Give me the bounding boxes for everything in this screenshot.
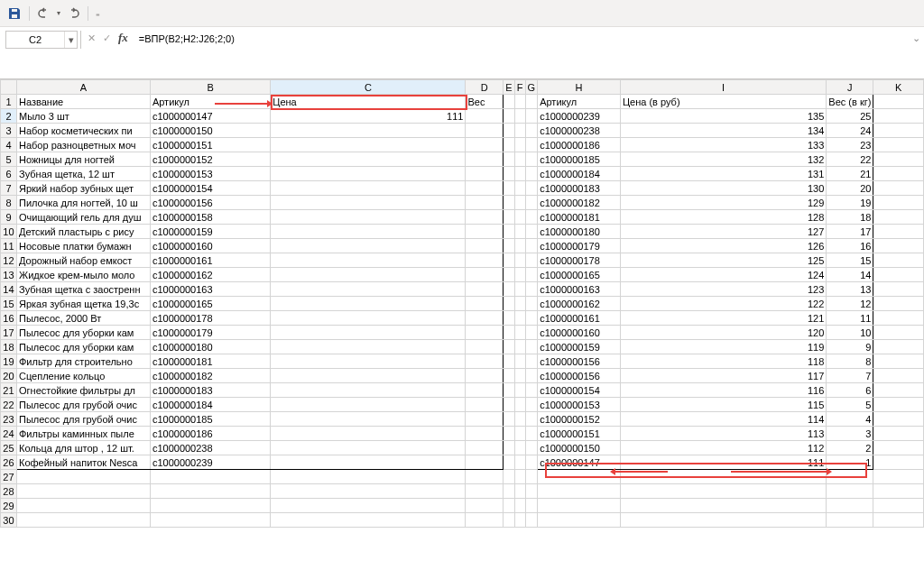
cell[interactable]: [873, 282, 924, 297]
cell[interactable]: [525, 152, 538, 167]
cell[interactable]: [466, 412, 504, 427]
cell[interactable]: [873, 513, 924, 528]
cell[interactable]: 128: [620, 210, 826, 225]
cell[interactable]: [873, 181, 924, 196]
cell[interactable]: [873, 470, 924, 484]
cell[interactable]: 6: [827, 383, 873, 398]
cell[interactable]: [466, 282, 504, 297]
row-header[interactable]: 18: [1, 340, 17, 354]
name-box-input[interactable]: [6, 32, 64, 48]
cell[interactable]: [514, 210, 525, 225]
cell[interactable]: [504, 369, 514, 383]
cell[interactable]: 132: [620, 152, 826, 167]
cell[interactable]: [466, 109, 504, 124]
cell[interactable]: [466, 369, 504, 383]
cell[interactable]: [514, 282, 525, 297]
cell[interactable]: [504, 225, 514, 239]
cell[interactable]: [466, 311, 504, 326]
cell[interactable]: [150, 484, 270, 499]
cell[interactable]: [873, 354, 924, 369]
cell[interactable]: 116: [620, 383, 826, 398]
cell[interactable]: 123: [620, 282, 826, 297]
row-header[interactable]: 8: [1, 196, 17, 210]
cell[interactable]: [525, 95, 538, 109]
cell[interactable]: с1000000186: [538, 138, 621, 152]
cell[interactable]: [827, 484, 873, 499]
row-header[interactable]: 16: [1, 311, 17, 326]
cell[interactable]: с1000000178: [150, 311, 270, 326]
cell[interactable]: 130: [620, 181, 826, 196]
row-header[interactable]: 7: [1, 181, 17, 196]
cell[interactable]: [466, 398, 504, 412]
cell[interactable]: 8: [827, 354, 873, 369]
cell[interactable]: [827, 470, 873, 484]
cell[interactable]: 119: [620, 340, 826, 354]
cell[interactable]: с1000000184: [150, 398, 270, 412]
cell[interactable]: Зубная щетка, 12 шт: [16, 167, 150, 181]
cell[interactable]: [620, 499, 826, 513]
cell[interactable]: 10: [827, 326, 873, 340]
cell[interactable]: 111: [271, 109, 466, 124]
cell[interactable]: [504, 124, 514, 138]
cell[interactable]: [271, 311, 466, 326]
cell[interactable]: с1000000160: [150, 239, 270, 253]
cell[interactable]: с1000000165: [538, 268, 621, 282]
cell[interactable]: Фильтры каминных пыле: [16, 427, 150, 441]
cell[interactable]: с1000000162: [538, 297, 621, 311]
cell[interactable]: [271, 282, 466, 297]
cell[interactable]: [271, 196, 466, 210]
cell[interactable]: [466, 181, 504, 196]
cell[interactable]: с1000000162: [150, 268, 270, 282]
qat-customize-icon[interactable]: ₌: [96, 9, 100, 18]
cell[interactable]: 18: [827, 210, 873, 225]
cell[interactable]: Дорожный набор емкост: [16, 253, 150, 268]
cell[interactable]: [873, 311, 924, 326]
cell[interactable]: [873, 109, 924, 124]
row-header[interactable]: 6: [1, 167, 17, 181]
cell[interactable]: [873, 499, 924, 513]
cell[interactable]: [514, 455, 525, 470]
cell[interactable]: Пылесос для уборки кам: [16, 326, 150, 340]
cell[interactable]: [525, 383, 538, 398]
col-header-A[interactable]: A: [16, 80, 150, 95]
row-header[interactable]: 20: [1, 369, 17, 383]
cell[interactable]: [466, 455, 504, 470]
cell[interactable]: [514, 253, 525, 268]
cell[interactable]: [525, 167, 538, 181]
cell[interactable]: [271, 297, 466, 311]
cell[interactable]: [504, 95, 514, 109]
cell[interactable]: [514, 152, 525, 167]
cell[interactable]: Носовые платки бумажн: [16, 239, 150, 253]
cell[interactable]: [504, 441, 514, 455]
cell[interactable]: [271, 225, 466, 239]
cell[interactable]: 129: [620, 196, 826, 210]
cell[interactable]: [271, 167, 466, 181]
cell[interactable]: Мыло 3 шт: [16, 109, 150, 124]
cell[interactable]: [525, 239, 538, 253]
cell[interactable]: 124: [620, 268, 826, 282]
cell[interactable]: 131: [620, 167, 826, 181]
cell[interactable]: [16, 470, 150, 484]
cell[interactable]: [873, 455, 924, 470]
cell[interactable]: с1000000181: [538, 210, 621, 225]
cell[interactable]: с1000000186: [150, 427, 270, 441]
cell[interactable]: [504, 326, 514, 340]
cell[interactable]: [271, 138, 466, 152]
cell[interactable]: [271, 441, 466, 455]
cell[interactable]: Артикул: [538, 95, 621, 109]
cell[interactable]: [466, 253, 504, 268]
cell[interactable]: [873, 196, 924, 210]
row-header[interactable]: 14: [1, 282, 17, 297]
cell[interactable]: [466, 152, 504, 167]
cell[interactable]: [466, 196, 504, 210]
cell[interactable]: 112: [620, 441, 826, 455]
cell[interactable]: [150, 499, 270, 513]
cell[interactable]: Огнестойкие фильтры дл: [16, 383, 150, 398]
cell[interactable]: [514, 398, 525, 412]
cell[interactable]: Название: [16, 95, 150, 109]
cell[interactable]: [271, 152, 466, 167]
col-header-G[interactable]: G: [525, 80, 538, 95]
cell[interactable]: с1000000182: [538, 196, 621, 210]
cell[interactable]: [873, 326, 924, 340]
cell[interactable]: [525, 455, 538, 470]
